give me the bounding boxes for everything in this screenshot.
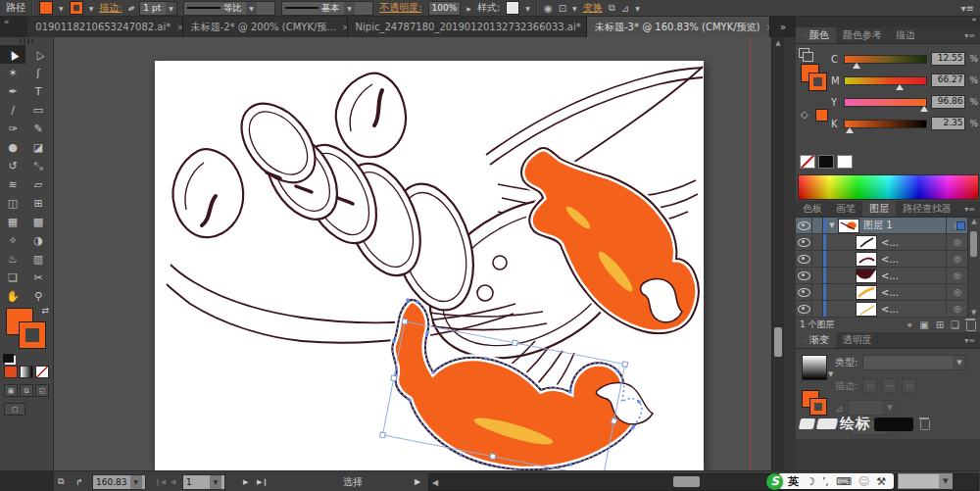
locate-object-icon[interactable]: ⌖: [907, 319, 913, 331]
stroke-proxy[interactable]: [809, 398, 827, 416]
chevron-down-icon[interactable]: ▼: [572, 5, 577, 12]
sublayer-row[interactable]: <... ◎: [796, 268, 968, 284]
path-name[interactable]: <...: [881, 254, 946, 265]
target-icon[interactable]: ◎: [946, 251, 968, 267]
panel-menu-icon[interactable]: ▾≡: [959, 27, 980, 43]
new-sublayer-icon[interactable]: ⊞: [936, 319, 944, 330]
lock-toggle[interactable]: [812, 284, 823, 300]
stroke-within-icon[interactable]: ⌐: [862, 378, 877, 393]
new-layer-icon[interactable]: ❏: [951, 319, 959, 330]
ime-logo-icon[interactable]: S: [766, 473, 783, 490]
magic-wand-tool[interactable]: ✶: [0, 64, 25, 82]
chevron-down-icon[interactable]: ▼: [130, 475, 142, 489]
shape-builder-tool[interactable]: ◫: [0, 194, 25, 213]
scroll-down-icon[interactable]: ▼: [971, 309, 976, 317]
lock-toggle[interactable]: [812, 301, 823, 317]
gradient-thumbnail[interactable]: [802, 355, 827, 380]
slider-thumb[interactable]: [896, 84, 904, 90]
gradient-type-dropdown[interactable]: ▼: [862, 355, 966, 370]
wrench-icon[interactable]: ⚒: [876, 475, 886, 488]
path-thumbnail[interactable]: [856, 302, 877, 317]
prev-artboard-icon[interactable]: ◀: [171, 471, 175, 491]
stroke-color-swatch[interactable]: [70, 1, 83, 15]
perspective-grid-tool[interactable]: ⊞: [25, 194, 51, 213]
pencil-tool[interactable]: ✎: [25, 120, 51, 138]
visibility-toggle[interactable]: [796, 251, 812, 267]
draw-normal-button[interactable]: ▣: [4, 384, 18, 397]
angle-dropdown[interactable]: ▼: [848, 400, 897, 416]
vertical-scrollbar[interactable]: ▲: [771, 37, 784, 470]
chevron-down-icon[interactable]: ▼: [210, 475, 221, 489]
zoom-tool[interactable]: ⚲: [25, 287, 51, 306]
lock-toggle[interactable]: [812, 218, 823, 233]
lock-toggle[interactable]: [812, 251, 823, 267]
selection-indicator[interactable]: [956, 221, 965, 230]
last-artboard-icon[interactable]: ▶❙: [257, 471, 268, 491]
swap-fill-stroke-icon[interactable]: ⇄: [41, 306, 49, 316]
magenta-slider[interactable]: [844, 76, 927, 85]
tab-brushes[interactable]: 画笔: [829, 201, 862, 217]
path-thumbnail[interactable]: [856, 269, 877, 283]
recolor-artwork-icon[interactable]: ◉: [544, 3, 553, 14]
transform-panel-link[interactable]: 变换: [583, 1, 603, 15]
chevron-down-icon[interactable]: ▼: [169, 5, 173, 12]
tab-overflow-icon[interactable]: »: [770, 17, 796, 37]
path-name[interactable]: <...: [881, 287, 946, 298]
lobster-illustration[interactable]: [155, 61, 704, 470]
align-options-icon[interactable]: ⊡: [559, 3, 566, 14]
punctuation-icon[interactable]: ’,: [822, 475, 829, 488]
share-icon[interactable]: ↱: [75, 471, 83, 491]
chevron-down-icon[interactable]: ▼: [828, 370, 833, 378]
color-mode-button[interactable]: [4, 366, 18, 378]
sublayer-row[interactable]: <... ◎: [796, 284, 968, 301]
path-name[interactable]: <...: [881, 304, 946, 315]
artboard-tool[interactable]: ❏: [0, 269, 25, 287]
slider-thumb[interactable]: [920, 106, 928, 112]
tab-transparency[interactable]: 透明度: [836, 332, 879, 348]
sublayer-row[interactable]: <... ◎: [796, 301, 968, 318]
tab-stroke[interactable]: 描边: [889, 27, 922, 43]
fill-stroke-mini-icon[interactable]: [799, 48, 809, 58]
layer-row[interactable]: ▼ 图层 1 ◎: [796, 218, 968, 234]
none-mode-button[interactable]: [35, 366, 49, 378]
selection-tool[interactable]: ▲: [0, 45, 25, 64]
none-swatch[interactable]: [800, 155, 815, 169]
path-name[interactable]: <...: [881, 237, 946, 248]
color-spectrum-bar[interactable]: [798, 174, 979, 200]
cyan-value-field[interactable]: 12.55: [931, 52, 966, 66]
cyan-slider[interactable]: [844, 55, 927, 64]
tab-gradient[interactable]: ◦ 渐变: [796, 332, 836, 348]
artboard-nav-field[interactable]: 1 ▼: [182, 471, 225, 491]
yellow-slider[interactable]: [844, 98, 927, 107]
status-expand-icon[interactable]: ▶: [415, 471, 420, 491]
scroll-up-icon[interactable]: ▲: [971, 218, 976, 225]
path-name[interactable]: <...: [881, 270, 946, 281]
symbol-sprayer-tool[interactable]: ♨: [0, 250, 25, 269]
lock-toggle[interactable]: [812, 234, 823, 250]
direct-selection-tool[interactable]: △: [25, 45, 51, 64]
target-icon[interactable]: ◎: [946, 234, 968, 250]
gamut-color-swatch[interactable]: [815, 109, 828, 122]
disclosure-triangle[interactable]: ▼: [826, 221, 838, 229]
target-icon[interactable]: ◎: [946, 268, 968, 283]
layer-name[interactable]: 图层 1: [863, 219, 946, 232]
document-tab[interactable]: 0190118210653247082.ai* ×: [27, 17, 182, 37]
white-swatch[interactable]: [837, 155, 853, 169]
path-thumbnail[interactable]: [856, 235, 877, 250]
layers-scroll-handle[interactable]: [970, 231, 977, 257]
stroke-panel-link[interactable]: 描边:: [99, 1, 122, 15]
make-clip-mask-icon[interactable]: ▣: [919, 319, 928, 330]
workspace-collapse-icon[interactable]: ❝: [0, 17, 27, 37]
default-fill-stroke-icon[interactable]: [3, 354, 14, 363]
moon-icon[interactable]: ☽: [806, 475, 815, 488]
draw-inside-button[interactable]: ◱: [35, 384, 49, 397]
document-tab[interactable]: 未标题-2* @ 200% (CMYK/预... ×: [183, 17, 348, 37]
paintbrush-tool[interactable]: ✑: [0, 120, 25, 138]
dock-collapse-icon[interactable]: ❝: [796, 17, 980, 27]
visibility-toggle[interactable]: [796, 268, 812, 283]
column-graph-tool[interactable]: ▥: [25, 250, 51, 269]
eyedropper-tool[interactable]: ✧: [0, 231, 25, 250]
black-swatch[interactable]: [818, 155, 834, 169]
tab-pathfinder[interactable]: 路径查找器: [896, 201, 958, 217]
stroke-across-icon[interactable]: ⌐: [902, 378, 916, 393]
